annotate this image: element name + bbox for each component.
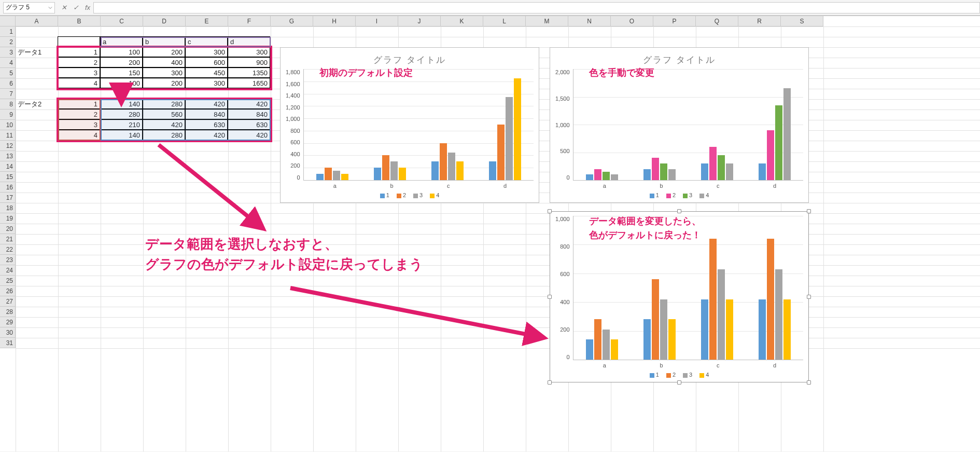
cell-B9[interactable]: 2 <box>58 109 100 119</box>
cell-D2[interactable]: b <box>143 36 185 47</box>
cell-C4[interactable]: 200 <box>100 57 143 67</box>
col-header-S[interactable]: S <box>781 16 823 26</box>
chart-bar[interactable] <box>603 172 610 180</box>
row-header-3[interactable]: 3 <box>0 47 16 58</box>
legend-item[interactable]: 4 <box>699 192 709 198</box>
chart-bar[interactable] <box>726 299 733 360</box>
row-header-13[interactable]: 13 <box>0 151 16 161</box>
cell-D3[interactable]: 200 <box>143 47 185 57</box>
cell-D9[interactable]: 560 <box>143 109 185 119</box>
row-header-29[interactable]: 29 <box>0 317 16 327</box>
row-header-23[interactable]: 23 <box>0 255 16 265</box>
col-header-O[interactable]: O <box>611 16 653 26</box>
chart-bar[interactable] <box>701 299 708 360</box>
row-header-5[interactable]: 5 <box>0 68 16 78</box>
legend-item[interactable]: 1 <box>650 192 659 198</box>
cell-E10[interactable]: 630 <box>185 119 228 130</box>
resize-handle[interactable] <box>807 209 811 213</box>
col-header-F[interactable]: F <box>228 16 271 26</box>
chart-bar[interactable] <box>489 161 496 180</box>
col-header-I[interactable]: I <box>356 16 398 26</box>
chart-bar[interactable] <box>759 299 766 360</box>
cell-B5[interactable]: 3 <box>58 67 100 78</box>
row-header-14[interactable]: 14 <box>0 161 16 172</box>
row-header-17[interactable]: 17 <box>0 193 16 203</box>
chart-bar[interactable] <box>594 169 601 180</box>
col-header-L[interactable]: L <box>483 16 526 26</box>
cell-B4[interactable]: 2 <box>58 57 100 67</box>
chart-bar[interactable] <box>341 174 348 180</box>
cell-B10[interactable]: 3 <box>58 119 100 130</box>
row-header-28[interactable]: 28 <box>0 307 16 317</box>
row-header-2[interactable]: 2 <box>0 37 16 47</box>
resize-handle[interactable] <box>677 209 681 213</box>
cell-C3[interactable]: 100 <box>100 47 143 57</box>
chart-bar[interactable] <box>448 153 455 181</box>
resize-handle[interactable] <box>548 380 552 385</box>
cell-E5[interactable]: 450 <box>185 67 228 78</box>
col-header-K[interactable]: K <box>441 16 483 26</box>
chart-bar[interactable] <box>709 147 717 180</box>
spreadsheet-grid[interactable]: ABCDEFGHIJKLMNOPQRS123456789101112131415… <box>0 16 980 451</box>
cell-B6[interactable]: 4 <box>58 78 100 88</box>
row-header-27[interactable]: 27 <box>0 296 16 307</box>
chart-bar[interactable] <box>668 319 676 360</box>
row-header-20[interactable]: 20 <box>0 224 16 234</box>
legend-item[interactable]: 2 <box>666 192 676 198</box>
cell-F2[interactable]: d <box>228 36 270 47</box>
cell-E6[interactable]: 300 <box>185 78 228 88</box>
col-header-R[interactable]: R <box>738 16 781 26</box>
chart-bar[interactable] <box>603 330 610 360</box>
chart-bar[interactable] <box>718 155 725 180</box>
row-header-12[interactable]: 12 <box>0 141 16 151</box>
chart-bar[interactable] <box>643 169 651 180</box>
chart-bar[interactable] <box>652 158 659 180</box>
col-header-N[interactable]: N <box>568 16 611 26</box>
col-header-J[interactable]: J <box>398 16 441 26</box>
chart-bar[interactable] <box>497 125 505 180</box>
resize-handle[interactable] <box>807 380 811 385</box>
chart-title[interactable]: グラフ タイトル <box>286 54 534 66</box>
chart-bar[interactable] <box>374 168 381 180</box>
chart-bar[interactable] <box>390 161 398 180</box>
row-header-10[interactable]: 10 <box>0 120 16 130</box>
chart-bar[interactable] <box>775 105 782 180</box>
cell-C8[interactable]: 140 <box>100 99 143 109</box>
chart-bar[interactable] <box>431 161 439 180</box>
formula-input[interactable] <box>93 2 980 13</box>
row-header-16[interactable]: 16 <box>0 182 16 193</box>
cell-F8[interactable]: 420 <box>228 99 270 109</box>
chart-bar[interactable] <box>440 143 447 180</box>
chart-bar[interactable] <box>652 279 659 360</box>
cell-D11[interactable]: 280 <box>143 130 185 140</box>
chart-bar[interactable] <box>668 169 676 180</box>
name-box[interactable]: グラフ 5 <box>3 2 55 13</box>
cell-F10[interactable]: 630 <box>228 119 270 130</box>
cell-E9[interactable]: 840 <box>185 109 228 119</box>
chart-bar[interactable] <box>660 299 667 360</box>
cell-F3[interactable]: 300 <box>228 47 270 57</box>
chart-object[interactable]: グラフ タイトル 2,0001,5001,0005000 abcd 1234 <box>550 47 809 203</box>
chart-bar[interactable] <box>514 78 521 180</box>
row-header-9[interactable]: 9 <box>0 109 16 120</box>
chart-bar[interactable] <box>718 269 725 360</box>
chart-bar[interactable] <box>586 339 593 360</box>
col-header-M[interactable]: M <box>526 16 568 26</box>
legend-item[interactable]: 4 <box>699 372 709 378</box>
cancel-icon[interactable]: ✕ <box>61 4 67 11</box>
cell-D4[interactable]: 400 <box>143 57 185 67</box>
legend-item[interactable]: 3 <box>683 372 692 378</box>
row-header-15[interactable]: 15 <box>0 172 16 182</box>
cell-C9[interactable]: 280 <box>100 109 143 119</box>
chart-bar[interactable] <box>783 88 791 180</box>
chart-bar[interactable] <box>709 239 717 360</box>
row-header-4[interactable]: 4 <box>0 58 16 68</box>
legend-item[interactable]: 1 <box>650 372 659 378</box>
chart-bar[interactable] <box>759 163 766 180</box>
col-header-P[interactable]: P <box>653 16 696 26</box>
row-header-31[interactable]: 31 <box>0 338 16 348</box>
cell-C11[interactable]: 140 <box>100 130 143 140</box>
legend-item[interactable]: 2 <box>397 192 406 198</box>
chart-bar[interactable] <box>726 163 733 180</box>
row-header-22[interactable]: 22 <box>0 244 16 255</box>
